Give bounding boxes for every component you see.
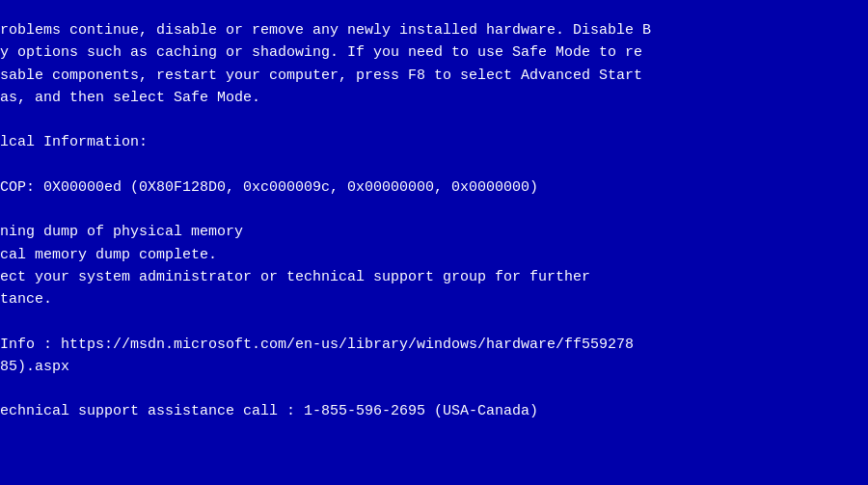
bsod-line-17: echnical support assistance call : 1-855… — [0, 400, 868, 422]
bsod-line-4 — [0, 109, 868, 131]
bsod-content: roblems continue, disable or remove any … — [0, 19, 868, 423]
bsod-line-3: as, and then select Safe Mode. — [0, 87, 868, 109]
bsod-line-1: y options such as caching or shadowing. … — [0, 41, 868, 64]
bsod-line-12: tance. — [0, 288, 868, 310]
bsod-line-14: Info : https://msdn.microsoft.com/en-us/… — [0, 334, 868, 356]
bsod-line-11: ect your system administrator or technic… — [0, 266, 868, 288]
bsod-line-15: 85).aspx — [0, 356, 868, 378]
bsod-line-0: roblems continue, disable or remove any … — [0, 19, 868, 41]
bsod-line-9: ning dump of physical memory — [0, 221, 868, 243]
bsod-line-5: lcal Information: — [0, 131, 868, 153]
bsod-line-6 — [0, 154, 868, 176]
bsod-line-8 — [0, 199, 868, 221]
bsod-line-7: COP: 0X00000ed (0X80F128D0, 0xc000009c, … — [0, 176, 868, 199]
bsod-screen: roblems continue, disable or remove any … — [0, 0, 868, 485]
bsod-line-10: cal memory dump complete. — [0, 244, 868, 266]
bsod-line-2: sable components, restart your computer,… — [0, 65, 868, 87]
bsod-line-16 — [0, 378, 868, 400]
bsod-line-13 — [0, 310, 868, 333]
